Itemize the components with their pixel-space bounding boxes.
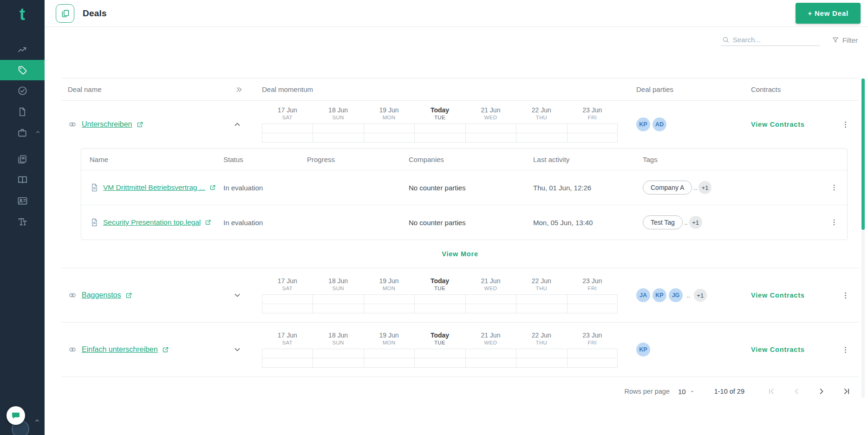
sidebar-item-library[interactable] bbox=[0, 149, 45, 169]
chevron-down-icon[interactable] bbox=[230, 288, 244, 302]
row-menu-icon[interactable] bbox=[839, 288, 853, 302]
deal-momentum-timeline: 17 JunSAT 18 JunSUN 19 JunMON TodayTUE 2… bbox=[262, 106, 618, 143]
timeline-weekday: SAT bbox=[282, 286, 293, 291]
app-logo-letter: t bbox=[20, 6, 25, 23]
sidebar-item-contacts[interactable] bbox=[0, 190, 45, 211]
timeline-date: 18 Jun bbox=[328, 331, 348, 339]
timeline-cells bbox=[262, 294, 313, 313]
sidebar-item-deals[interactable] bbox=[0, 60, 45, 80]
timeline-cells bbox=[364, 294, 414, 313]
timeline-weekday: MON bbox=[383, 286, 396, 291]
party-avatar[interactable]: KP bbox=[636, 343, 650, 357]
search-box[interactable] bbox=[721, 34, 820, 46]
party-avatar[interactable]: JA bbox=[636, 288, 650, 302]
timeline-date: 17 Jun bbox=[278, 277, 297, 285]
deal-tag-icon bbox=[17, 65, 27, 75]
contract-name-link[interactable]: VM Drittmittel Betriebsvertrag ... bbox=[103, 183, 205, 192]
sidebar-item-book[interactable] bbox=[0, 169, 45, 190]
scrollbar-thumb[interactable] bbox=[861, 78, 865, 230]
document-icon bbox=[17, 107, 27, 117]
timeline-weekday: WED bbox=[484, 115, 497, 120]
subcolumn-status: Status bbox=[223, 156, 307, 163]
sidebar-item-documents[interactable] bbox=[0, 101, 45, 122]
timeline-cells bbox=[516, 294, 567, 313]
view-more-link[interactable]: View More bbox=[442, 250, 478, 258]
search-input[interactable] bbox=[733, 36, 819, 44]
library-icon bbox=[17, 154, 27, 164]
external-link-icon[interactable] bbox=[125, 292, 132, 299]
timeline-date-today: Today bbox=[431, 106, 449, 114]
tag-pill[interactable]: Test Tag bbox=[643, 215, 683, 229]
deal-name-link[interactable]: Unterschreiben bbox=[82, 120, 132, 129]
external-link-icon[interactable] bbox=[209, 184, 216, 191]
deal-name-link[interactable]: Einfach unterschreiben bbox=[82, 345, 158, 354]
row-menu-icon[interactable] bbox=[827, 181, 841, 195]
party-avatar[interactable]: KP bbox=[653, 288, 666, 302]
timeline-cells bbox=[364, 349, 414, 368]
page-title: Deals bbox=[83, 8, 107, 19]
contract-document-icon bbox=[90, 218, 99, 227]
table-toolbar: Filter bbox=[45, 27, 868, 53]
tag-pill[interactable]: Company A bbox=[643, 181, 692, 195]
chevron-up-icon[interactable] bbox=[230, 117, 244, 131]
timeline-weekday: THU bbox=[536, 340, 548, 345]
sidebar-item-tasks[interactable] bbox=[0, 80, 45, 101]
external-link-icon[interactable] bbox=[205, 219, 211, 226]
timeline-date: 17 Jun bbox=[278, 331, 297, 339]
contract-row: VM Drittmittel Betriebsvertrag ... In ev… bbox=[81, 170, 847, 205]
last-page-icon[interactable] bbox=[841, 386, 852, 397]
view-contracts-link[interactable]: View Contracts bbox=[751, 121, 805, 128]
timeline-weekday: TUE bbox=[434, 286, 445, 291]
parties-overflow-chip[interactable]: +1 bbox=[694, 289, 707, 302]
chevron-up-icon[interactable] bbox=[35, 129, 41, 135]
new-deal-button[interactable]: + New Deal bbox=[796, 3, 861, 24]
contract-last-activity: Thu, 01 Jun, 12:26 bbox=[533, 184, 643, 192]
filter-button[interactable]: Filter bbox=[832, 36, 858, 44]
next-page-icon[interactable] bbox=[816, 386, 827, 397]
app-logo[interactable]: t bbox=[0, 0, 45, 29]
sidebar-item-workspace[interactable] bbox=[0, 122, 45, 143]
timeline-cells bbox=[313, 294, 363, 313]
parties-ellipsis: .. bbox=[686, 292, 690, 299]
tags-overflow-chip[interactable]: +1 bbox=[698, 181, 711, 194]
row-menu-icon[interactable] bbox=[839, 343, 853, 357]
chat-launcher-button[interactable] bbox=[7, 406, 25, 425]
main-content: Deals + New Deal Filter Deal name Deal m… bbox=[45, 0, 868, 435]
search-icon bbox=[722, 36, 729, 44]
view-contracts-link[interactable]: View Contracts bbox=[751, 292, 805, 299]
timeline-date: 23 Jun bbox=[582, 277, 602, 285]
timeline-cells bbox=[516, 349, 567, 368]
contract-name-link[interactable]: Security Presentation top.legal bbox=[103, 218, 201, 227]
row-menu-icon[interactable] bbox=[827, 215, 841, 229]
external-link-icon[interactable] bbox=[162, 346, 169, 353]
caret-down-icon bbox=[690, 389, 695, 394]
party-avatar[interactable]: JG bbox=[669, 288, 683, 302]
sidebar-item-text[interactable] bbox=[0, 211, 45, 232]
timeline-date: 18 Jun bbox=[328, 106, 348, 114]
contract-document-icon bbox=[90, 183, 99, 192]
timeline-weekday: SUN bbox=[333, 115, 344, 120]
row-menu-icon[interactable] bbox=[839, 117, 853, 131]
chevron-up-icon[interactable] bbox=[34, 417, 40, 424]
double-chevron-right-icon[interactable] bbox=[235, 85, 243, 94]
sidebar-item-analytics[interactable] bbox=[0, 39, 45, 60]
deals-table: Deal name Deal momentum Deal parties Con… bbox=[61, 78, 859, 406]
timeline-weekday: THU bbox=[536, 286, 548, 291]
view-contracts-link[interactable]: View Contracts bbox=[751, 346, 805, 353]
filter-icon bbox=[832, 36, 839, 44]
first-page-icon[interactable] bbox=[766, 386, 777, 397]
trend-chart-icon bbox=[17, 44, 28, 55]
tags-overflow-chip[interactable]: +1 bbox=[689, 216, 702, 229]
external-link-icon[interactable] bbox=[137, 121, 144, 128]
previous-page-icon[interactable] bbox=[791, 386, 802, 397]
timeline-weekday: SAT bbox=[282, 115, 293, 120]
contract-status: In evaluation bbox=[223, 219, 307, 227]
tags-ellipsis: .. bbox=[684, 219, 688, 226]
party-avatar[interactable]: KP bbox=[636, 117, 650, 131]
timeline-cells bbox=[262, 349, 313, 368]
deal-momentum-timeline: 17 JunSAT 18 JunSUN 19 JunMON TodayTUE 2… bbox=[262, 331, 618, 368]
rows-per-page-select[interactable]: 10 bbox=[678, 388, 695, 396]
deal-name-link[interactable]: Baggenstos bbox=[82, 291, 121, 299]
party-avatar[interactable]: AD bbox=[653, 117, 666, 131]
chevron-down-icon[interactable] bbox=[230, 343, 244, 357]
